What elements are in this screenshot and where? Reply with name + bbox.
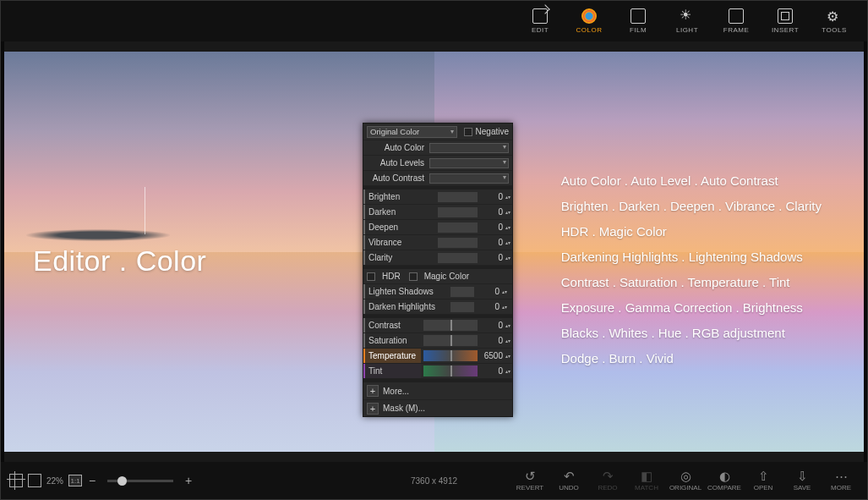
zoom-in-button[interactable]: + (183, 474, 194, 487)
frame-tab[interactable]: FRAME (713, 4, 759, 38)
contrast-stepper[interactable]: ▴▾ (504, 323, 512, 328)
compare-icon: ◐ (719, 470, 730, 482)
dimensions-label: 7360 x 4912 (411, 476, 457, 486)
zoom-out-button[interactable]: − (87, 474, 97, 487)
lighten-shadows-value: 0 (477, 287, 500, 296)
vibrance-stepper[interactable]: ▴▾ (504, 240, 512, 245)
temperature-row: Temperature6500▴▾ (363, 349, 512, 364)
deepen-slider[interactable] (438, 223, 478, 233)
auto-contrast-select[interactable] (429, 173, 509, 184)
brighten-stepper[interactable]: ▴▾ (504, 195, 512, 200)
auto-levels-select[interactable] (429, 158, 509, 168)
zoom-slider[interactable] (107, 480, 173, 482)
vibrance-label: Vibrance (363, 235, 435, 250)
color-panel: Original Color▾ Negative Auto Color Auto… (363, 123, 513, 417)
auto-color-label: Auto Color (367, 143, 428, 152)
insert-icon (778, 8, 793, 24)
temperature-stepper[interactable]: ▴▾ (504, 354, 512, 359)
darken-highlights-stepper[interactable]: ▴▾ (500, 305, 509, 310)
feature-line: HDR . Magic Color (561, 219, 822, 245)
color-tab[interactable]: COLOR (566, 4, 612, 38)
negative-checkbox[interactable] (464, 128, 472, 136)
save-button[interactable]: ⇩SAVE (783, 464, 822, 497)
undo-button[interactable]: ↶UNDO (549, 464, 588, 497)
zoom-percent: 22% (46, 476, 63, 486)
film-tab[interactable]: FILM (615, 4, 661, 38)
magic-color-checkbox[interactable] (409, 272, 418, 281)
lighten-shadows-slider[interactable] (450, 287, 474, 297)
page-title: Editor . Color (33, 245, 206, 277)
tint-row: Tint0▴▾ (363, 364, 512, 379)
temperature-label: Temperature (363, 349, 421, 363)
vibrance-value: 0 (480, 238, 504, 247)
compare-button[interactable]: ◐COMPARE (705, 464, 744, 497)
auto-color-select[interactable] (429, 143, 509, 153)
auto-contrast-label: Auto Contrast (367, 173, 428, 183)
brighten-slider[interactable] (438, 192, 478, 202)
contrast-row: Contrast0▴▾ (363, 318, 512, 333)
darken-value: 0 (480, 207, 504, 217)
hdr-checkbox[interactable] (367, 272, 375, 281)
fit-icon[interactable] (28, 474, 41, 487)
tint-label: Tint (363, 364, 421, 378)
clarity-stepper[interactable]: ▴▾ (504, 255, 512, 261)
brighten-value: 0 (480, 192, 504, 201)
lighten-shadows-stepper[interactable]: ▴▾ (500, 289, 509, 294)
chevron-down-icon: ▾ (450, 128, 454, 135)
mask-button[interactable]: + (367, 403, 379, 415)
darken-slider[interactable] (438, 207, 478, 217)
vibrance-slider[interactable] (438, 238, 478, 248)
lighten-shadows-label: Lighten Shadows (363, 284, 448, 299)
one-to-one-button[interactable]: 1:1 (68, 475, 82, 486)
clarity-label: Clarity (363, 250, 435, 265)
mask-label: Mask (M)... (383, 404, 425, 413)
revert-button[interactable]: ↺REVERT (510, 464, 549, 497)
canvas[interactable]: Editor . Color Auto Color . Auto Level .… (4, 41, 864, 462)
deepen-row: Deepen0▴▾ (363, 220, 512, 235)
darken-stepper[interactable]: ▴▾ (504, 210, 512, 215)
brighten-label: Brighten (363, 190, 435, 204)
feature-line: Darkening Highlights . Lightening Shadow… (561, 245, 822, 270)
auto-levels-label: Auto Levels (367, 158, 428, 168)
match-button[interactable]: ◧MATCH (627, 464, 666, 497)
film-tab-label: FILM (630, 26, 647, 34)
darken-label: Darken (363, 205, 435, 219)
contrast-label: Contrast (363, 318, 421, 332)
contrast-slider[interactable] (423, 320, 478, 331)
redo-button[interactable]: ↷REDO (588, 464, 627, 497)
saturation-value: 0 (480, 336, 504, 345)
feature-line: Contrast . Saturation . Temperature . Ti… (561, 270, 822, 295)
match-icon: ◧ (641, 470, 652, 482)
tint-slider[interactable] (423, 365, 478, 376)
darken-highlights-slider[interactable] (450, 302, 474, 312)
tools-tab[interactable]: TOOLS (811, 4, 857, 38)
negative-label: Negative (476, 127, 509, 136)
brighten-row: Brighten0▴▾ (363, 190, 512, 205)
crop-icon[interactable] (9, 474, 23, 487)
clarity-value: 0 (480, 253, 504, 262)
vibrance-row: Vibrance0▴▾ (363, 235, 512, 250)
saturation-stepper[interactable]: ▴▾ (504, 338, 512, 343)
insert-tab[interactable]: INSERT (762, 4, 808, 38)
original-button[interactable]: ◎ORIGINAL (666, 464, 705, 497)
magic-color-label: Magic Color (424, 272, 469, 281)
revert-icon: ↺ (525, 470, 536, 482)
temperature-slider[interactable] (423, 350, 478, 361)
edit-tab[interactable]: EDIT (517, 4, 563, 38)
open-button[interactable]: ⇧OPEN (744, 464, 783, 497)
original-color-select[interactable]: Original Color▾ (367, 126, 457, 138)
tint-stepper[interactable]: ▴▾ (504, 369, 512, 374)
hdr-label: HDR (382, 272, 401, 281)
more-button[interactable]: + (367, 385, 379, 397)
sun-icon (680, 8, 695, 24)
deepen-stepper[interactable]: ▴▾ (504, 225, 512, 230)
more-menu-button[interactable]: ⋯MORE (822, 464, 860, 497)
edit-tab-label: EDIT (532, 26, 549, 34)
light-tab[interactable]: LIGHT (664, 4, 710, 38)
saturation-slider[interactable] (423, 335, 478, 346)
gear-icon (827, 8, 842, 24)
clarity-slider[interactable] (438, 253, 478, 263)
top-toolbar: EDIT COLOR FILM LIGHT FRAME INSERT TOOLS (1, 1, 867, 41)
frame-tab-label: FRAME (723, 26, 750, 34)
light-tab-label: LIGHT (676, 26, 698, 34)
